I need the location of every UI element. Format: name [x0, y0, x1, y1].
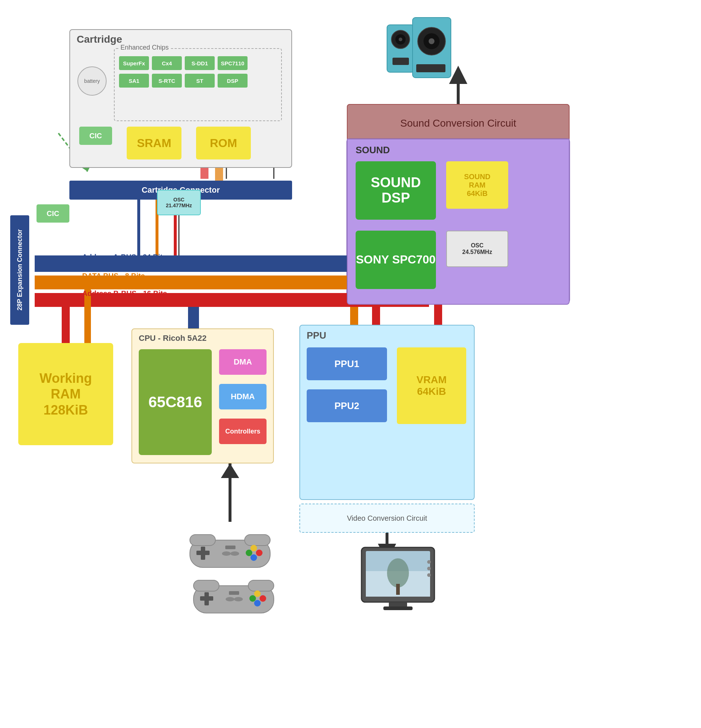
sound-ram-line2: RAM: [469, 181, 485, 189]
svg-rect-79: [225, 546, 236, 549]
svg-marker-3: [35, 256, 48, 272]
speakers-container: [383, 10, 456, 83]
svg-point-77: [222, 551, 231, 556]
svg-marker-41: [221, 464, 239, 478]
svg-rect-62: [396, 584, 400, 595]
svg-rect-81: [194, 580, 219, 591]
chip-st: ST: [185, 74, 215, 88]
cpu-65c816: 65C816: [139, 349, 212, 455]
svg-point-61: [387, 558, 409, 588]
osc-sound-freq: 24.576MHz: [462, 249, 492, 256]
enhanced-chips-label: Enhanced Chips: [118, 44, 171, 52]
osc-sound-label: OSC: [471, 242, 484, 249]
chip-spc7110: SPC7110: [217, 56, 248, 70]
cpu-label: CPU - Ricoh 5A22: [139, 334, 207, 343]
osc-label: OSC: [174, 197, 184, 202]
cpu-box: CPU - Ricoh 5A22 65C816 DMA HDMA Control…: [132, 328, 274, 464]
svg-rect-82: [248, 580, 274, 591]
cpu-hdma: HDMA: [219, 384, 266, 409]
svg-rect-72: [196, 551, 210, 555]
chip-sa1: SA1: [119, 74, 149, 88]
svg-point-65: [427, 560, 431, 564]
svg-rect-56: [416, 64, 445, 72]
chip-row-1: SuperFx Cx4 S-DD1 SPC7110: [119, 56, 248, 70]
bus-b-label: Address B-BUS - 16 Bits: [82, 289, 167, 298]
svg-point-66: [427, 567, 431, 571]
osc-freq: 21.477MHz: [166, 202, 192, 208]
chip-srtc: S-RTC: [152, 74, 182, 88]
svg-point-67: [427, 573, 431, 577]
chip-row-2: SA1 S-RTC ST DSP: [119, 74, 248, 88]
cic-main-box: CIC: [36, 204, 70, 222]
svg-point-78: [230, 551, 239, 556]
video-conversion-box: Video Conversion Circuit: [299, 504, 475, 533]
cartridge-box: Cartridge Enhanced Chips SuperFx Cx4 S-D…: [70, 29, 292, 168]
working-ram-line2: RAM: [51, 386, 81, 402]
tv-container: [358, 544, 438, 617]
svg-rect-51: [393, 58, 409, 65]
svg-rect-64: [383, 607, 413, 610]
ppu-label: PPU: [307, 330, 326, 341]
bus-a-label: Address A-BUS - 24 Bits: [82, 253, 167, 261]
sound-conversion-label: Sound Conversion Circuit: [400, 117, 516, 129]
svg-point-87: [249, 595, 256, 602]
ppu1-box: PPU1: [307, 347, 387, 380]
svg-point-73: [251, 545, 257, 551]
vram-box: VRAM 64KiB: [397, 347, 466, 424]
expansion-connector: 28P Expansion Connector: [10, 215, 29, 325]
battery-circle: battery: [77, 66, 107, 95]
osc-sound-box: OSC 24.576MHz: [446, 231, 508, 267]
ppu-box: PPU PPU1 PPU2 VRAM 64KiB: [299, 325, 475, 500]
working-ram-line3: 128KiB: [43, 402, 88, 418]
working-ram-line1: Working: [39, 370, 92, 386]
svg-point-75: [246, 550, 252, 556]
bus-data-label: DATA BUS - 8 Bits: [82, 272, 145, 280]
sram-box: SRAM: [127, 127, 181, 159]
svg-point-50: [399, 38, 402, 41]
svg-marker-9: [35, 293, 48, 307]
cpu-dma: DMA: [219, 349, 266, 375]
enhanced-chips-box: Enhanced Chips SuperFx Cx4 S-DD1 SPC7110…: [114, 48, 282, 121]
svg-point-89: [226, 597, 235, 601]
svg-point-76: [251, 554, 257, 561]
svg-rect-69: [190, 534, 216, 546]
svg-rect-91: [229, 591, 239, 595]
sound-inner-box: SOUND SOUND DSP SOUND RAM 64KiB SONY SPC…: [347, 139, 569, 305]
diagram-container: Cartridge Enhanced Chips SuperFx Cx4 S-D…: [0, 0, 701, 728]
osc-box: OSC 21.477MHz: [157, 190, 201, 215]
sound-dsp-box: SOUND DSP: [356, 161, 436, 220]
chip-sdd1: S-DD1: [185, 56, 215, 70]
svg-point-86: [259, 595, 266, 602]
chip-cx4: Cx4: [152, 56, 182, 70]
cic-cartridge-box: CIC: [79, 127, 112, 145]
cpu-controllers: Controllers: [219, 419, 266, 444]
chip-dsp: DSP: [217, 74, 248, 88]
chip-superfx: SuperFx: [119, 56, 149, 70]
svg-point-55: [429, 38, 435, 44]
sound-ram-line1: SOUND: [464, 173, 490, 181]
svg-point-74: [256, 550, 262, 556]
sony-spc700-box: SONY SPC700: [356, 231, 436, 289]
cartridge-label: Cartridge: [77, 33, 122, 45]
sound-conversion-outer: Sound Conversion Circuit: [347, 104, 569, 142]
sound-inner-label: SOUND: [356, 144, 390, 156]
svg-point-90: [234, 597, 243, 601]
svg-point-85: [254, 591, 261, 597]
sound-ram-line3: 64KiB: [467, 189, 488, 198]
svg-marker-6: [35, 276, 48, 289]
svg-rect-84: [200, 596, 213, 601]
controllers-container: [179, 522, 281, 624]
ppu2-box: PPU2: [307, 389, 387, 422]
rom-box: ROM: [196, 127, 251, 159]
working-ram-box: Working RAM 128KiB: [18, 343, 113, 445]
sound-ram-box: SOUND RAM 64KiB: [446, 161, 508, 209]
svg-point-88: [254, 600, 261, 607]
svg-rect-70: [245, 534, 270, 546]
vram-line1: VRAM: [417, 374, 446, 386]
vram-line2: 64KiB: [417, 386, 446, 397]
